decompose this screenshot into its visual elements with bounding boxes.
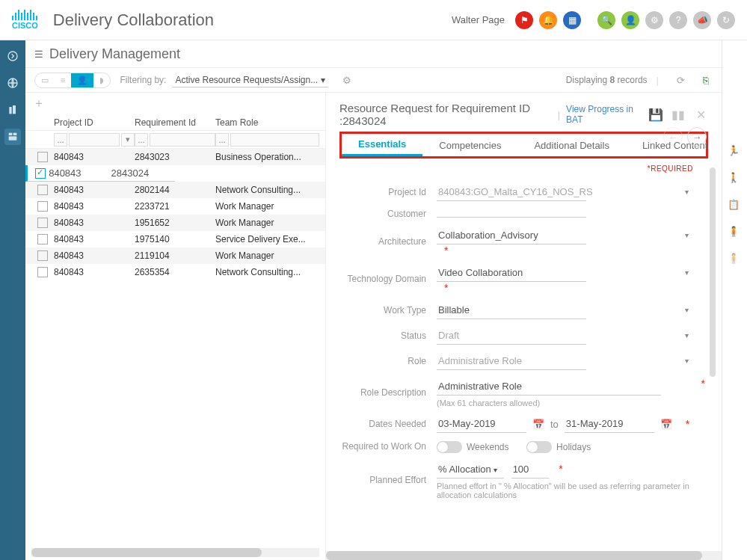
nav-globe-icon[interactable] (4, 75, 21, 91)
tab-competencies[interactable]: Competencies (422, 134, 517, 156)
holidays-toggle[interactable] (526, 441, 552, 453)
col-team-role[interactable]: Team Role (215, 117, 319, 128)
filter-op-b[interactable]: ... (135, 133, 148, 147)
grid: ＋ Project ID Requirement Id Team Role ..… (25, 93, 326, 560)
svg-rect-4 (9, 133, 13, 135)
architecture-select[interactable]: Collaboration_Advisory▾ (437, 227, 586, 244)
table-row[interactable]: 8408432843023Business Operation... (25, 149, 325, 165)
view-card-icon[interactable]: ▭ (35, 73, 55, 87)
row-checkbox[interactable] (37, 185, 48, 195)
grid-hscroll[interactable] (31, 548, 319, 557)
save-icon[interactable]: 💾 (648, 107, 663, 122)
close-icon[interactable]: ✕ (693, 107, 708, 122)
row-checkbox[interactable] (37, 267, 48, 277)
filter-op-c[interactable]: ... (215, 133, 229, 147)
rn-person-back-icon[interactable]: 🚶 (728, 172, 743, 187)
svg-rect-2 (9, 107, 11, 114)
user-name[interactable]: Walter Page (452, 14, 505, 25)
layout-icon[interactable]: ▮▮ (671, 107, 686, 122)
search-icon[interactable]: 🔍 (597, 11, 615, 29)
rn-person-disabled-icon[interactable]: 🧍 (728, 253, 743, 268)
panel-tabs: Essentials Competencies Additional Detai… (339, 132, 708, 159)
view-progress-link[interactable]: View Progress in BAT (566, 104, 642, 125)
grid-body: 8408432843023Business Operation...840843… (25, 149, 325, 548)
calendar-icon[interactable]: ▦ (563, 11, 581, 29)
toolbar: ▭ ≡ 👤 ◗ Filtering by: Active Resource Re… (25, 67, 722, 93)
date-from-input[interactable] (437, 415, 526, 433)
svg-rect-5 (13, 133, 17, 135)
row-checkbox[interactable] (37, 218, 48, 228)
help-icon[interactable]: ? (669, 11, 687, 29)
status-select[interactable]: Draft▾ (437, 327, 586, 345)
date-to-input[interactable] (565, 415, 654, 433)
row-checkbox[interactable] (37, 234, 48, 244)
filter-requirement-id[interactable] (150, 133, 215, 147)
prev-arrow-icon[interactable]: ← (663, 127, 683, 147)
panel-hscroll[interactable] (326, 551, 722, 560)
work-type-select[interactable]: Billable▾ (437, 301, 586, 319)
row-checkbox[interactable] (37, 152, 48, 162)
filter-op-a[interactable]: ... (54, 133, 67, 147)
table-row[interactable]: 8408432119104Work Manager (25, 247, 325, 264)
calendar-to-icon[interactable]: 📅 (660, 419, 672, 430)
customer-select[interactable] (437, 211, 586, 218)
calendar-from-icon[interactable]: 📅 (532, 419, 544, 430)
role-select[interactable]: Administrative Role▾ (437, 352, 586, 370)
nav-dashboard-icon[interactable] (4, 129, 21, 145)
grid-header: Project ID Requirement Id Team Role (25, 114, 325, 131)
table-row[interactable]: 8408431951652Work Manager (25, 215, 325, 231)
effort-value-input[interactable] (511, 461, 549, 479)
gear-icon[interactable]: ⚙ (645, 11, 663, 29)
weekends-toggle[interactable] (437, 441, 462, 453)
panel-vscroll[interactable] (710, 167, 717, 532)
filter-settings-icon[interactable]: ⚙ (340, 73, 354, 87)
bell-icon[interactable]: 🔔 (539, 11, 557, 29)
top-right: Walter Page ⚑ 🔔 ▦ 🔍 👤 ⚙ ? 📣 ↻ (452, 11, 735, 29)
detail-panel: Resource Request for Requirement ID :284… (326, 93, 722, 560)
view-person-icon[interactable]: 👤 (71, 73, 93, 87)
view-toggle: ▭ ≡ 👤 ◗ (34, 73, 111, 88)
project-id-select[interactable]: 840843:GO_Malta_CY16_NOS_RS▾ (437, 183, 586, 201)
col-project-id[interactable]: Project ID (54, 117, 135, 128)
rn-person-run-icon[interactable]: 🏃 (728, 145, 743, 160)
col-requirement-id[interactable]: Requirement Id (135, 117, 215, 128)
filter-dd-a[interactable]: ▾ (121, 133, 135, 147)
profile-icon[interactable]: 👤 (621, 11, 639, 29)
nav-expand-icon[interactable] (4, 48, 21, 64)
table-row[interactable]: 8408432802144Network Consulting... (25, 182, 325, 198)
tech-domain-select[interactable]: Video Collaboration▾ (437, 264, 586, 282)
export-excel-icon[interactable]: ⎘ (699, 73, 713, 87)
tab-additional[interactable]: Additional Details (517, 134, 625, 156)
table-row[interactable]: 8408432635354Network Consulting... (25, 264, 325, 280)
page-head: ☰ Delivery Management (25, 40, 722, 67)
view-tag-icon[interactable]: ◗ (93, 73, 110, 87)
page-head-icon: ☰ (34, 49, 43, 60)
svg-rect-6 (9, 136, 17, 140)
row-checkbox[interactable] (37, 250, 48, 261)
top-bar: CISCO Delivery Collaboration Walter Page… (0, 0, 747, 40)
row-checkbox[interactable] (35, 168, 46, 179)
filter-team-role[interactable] (230, 133, 319, 147)
effort-type-select[interactable]: % Allocation ▾ (437, 461, 504, 479)
add-row-button[interactable]: ＋ (25, 93, 325, 114)
table-row[interactable]: 8408431975140Service Delivery Exe... (25, 231, 325, 247)
tab-essentials[interactable]: Essentials (342, 134, 422, 156)
role-desc-input[interactable] (437, 378, 661, 396)
flag-icon[interactable]: ⚑ (515, 11, 533, 29)
records-count: Displaying 8 records (566, 75, 648, 85)
row-checkbox[interactable] (37, 201, 48, 212)
view-list-icon[interactable]: ≡ (55, 73, 71, 87)
rn-person-stand-icon[interactable]: 🧍 (728, 226, 743, 241)
nav-building-icon[interactable] (4, 102, 21, 118)
grid-filter-row: ...▾ ... ... (25, 131, 325, 149)
table-row[interactable]: 8408432233721Work Manager (25, 198, 325, 215)
main: ☰ Delivery Management ▭ ≡ 👤 ◗ Filtering … (25, 40, 722, 560)
refresh-icon[interactable]: ⟳ (674, 73, 687, 87)
filter-project-id[interactable] (69, 133, 120, 147)
table-row[interactable]: 8408432843024Administrative Role (25, 165, 175, 182)
rn-clipboard-icon[interactable]: 📋 (728, 199, 743, 214)
announce-icon[interactable]: 📣 (693, 11, 711, 29)
next-arrow-icon[interactable]: → (687, 127, 707, 147)
filter-value[interactable]: Active Resource Requests/Assign... ▾ (172, 73, 328, 87)
history-icon[interactable]: ↻ (717, 11, 735, 29)
